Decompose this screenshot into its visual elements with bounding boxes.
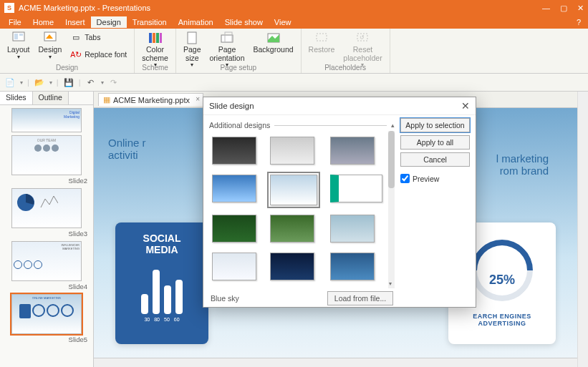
design-thumb[interactable] — [212, 175, 256, 202]
svg-rect-5 — [153, 33, 155, 43]
app-icon: S — [4, 3, 14, 13]
design-button[interactable]: Design▾ — [36, 30, 65, 62]
svg-rect-7 — [160, 33, 162, 43]
load-from-file-button[interactable]: Load from file... — [327, 291, 393, 305]
thumb-slide4[interactable]: INFLUENCERMARKETING — [11, 241, 82, 281]
menu-animation[interactable]: Animation — [173, 16, 219, 28]
design-thumb[interactable] — [270, 253, 314, 280]
design-thumb[interactable] — [270, 215, 314, 243]
design-thumb[interactable] — [212, 137, 256, 165]
group-label-page-setup: Page setup — [220, 64, 256, 73]
apply-to-selection-button[interactable]: Apply to selection — [400, 118, 470, 132]
design-thumb[interactable] — [212, 215, 256, 243]
redo-icon[interactable]: ↷ — [108, 77, 120, 88]
social-media-card: SOCIAL MEDIA 30 80 50 60 — [115, 222, 208, 344]
document-tab[interactable]: ▦ ACME Marketing.pptx × — [98, 93, 203, 106]
svg-rect-4 — [149, 33, 152, 43]
menu-insert[interactable]: Insert — [59, 16, 91, 28]
svg-rect-9 — [221, 35, 233, 42]
thumb-slide2[interactable]: OUR TEAM — [11, 135, 82, 175]
menu-view[interactable]: View — [269, 16, 297, 28]
menu-slide-show[interactable]: Slide show — [219, 16, 269, 28]
design-thumb[interactable] — [330, 175, 382, 202]
apply-to-all-button[interactable]: Apply to all — [400, 135, 470, 150]
tab-slides[interactable]: Slides — [0, 92, 33, 104]
close-icon[interactable]: ✕ — [577, 4, 584, 13]
menu-transition[interactable]: Transition — [127, 16, 173, 28]
tab-outline[interactable]: Outline — [33, 92, 69, 104]
design-thumb[interactable] — [330, 215, 375, 243]
design-thumb[interactable] — [212, 253, 256, 280]
background-button[interactable]: Background — [251, 30, 297, 56]
presentation-icon: ▦ — [103, 95, 110, 104]
menu-file[interactable]: File — [3, 16, 27, 28]
group-label-design: Design — [56, 64, 78, 73]
replace-font-button[interactable]: A↻Replace font — [67, 47, 130, 63]
thumb-slide3[interactable] — [11, 188, 82, 228]
design-thumb[interactable] — [330, 137, 375, 165]
svg-rect-2 — [19, 34, 23, 36]
undo-icon[interactable]: ↶ — [85, 77, 97, 88]
svg-rect-6 — [156, 33, 159, 43]
svg-text:↺: ↺ — [360, 34, 365, 41]
cancel-button[interactable]: Cancel — [400, 152, 470, 167]
minimize-icon[interactable]: — — [542, 4, 550, 13]
svg-rect-8 — [188, 32, 196, 44]
section-label: Additional designs — [209, 121, 270, 129]
tabs-button[interactable]: ▭Tabs — [67, 30, 130, 46]
design-thumb[interactable] — [270, 137, 314, 165]
menu-home[interactable]: Home — [27, 16, 59, 28]
dialog-close-icon[interactable]: ✕ — [461, 100, 470, 112]
svg-rect-1 — [14, 34, 18, 39]
horizontal-scrollbar[interactable] — [94, 358, 577, 367]
slide-design-dialog: Slide design ✕ Additional designs ▴ — [203, 97, 476, 308]
quick-access-toolbar[interactable]: 📄▾ | 📂▾ | 💾 | ↶▾ ↷ — [0, 74, 588, 92]
maximize-icon[interactable]: ▢ — [560, 4, 567, 13]
dialog-scrollbar[interactable]: ▾ — [388, 131, 395, 288]
save-icon[interactable]: 💾 — [63, 77, 74, 88]
selected-design-name: Blue sky — [211, 294, 239, 303]
vertical-scrollbar[interactable] — [577, 92, 588, 367]
layout-button[interactable]: Layout▾ — [4, 30, 33, 62]
design-grid[interactable] — [209, 131, 385, 288]
preview-checkbox[interactable]: Preview — [400, 174, 470, 183]
menu-design[interactable]: Design — [91, 16, 127, 28]
thumb-slide5[interactable]: ONLINE MARKETING — [11, 294, 82, 334]
design-thumb-selected[interactable] — [270, 175, 317, 205]
help-icon[interactable]: ? — [572, 18, 585, 26]
page-size-button[interactable]: Page size▾ — [180, 30, 204, 70]
open-file-icon[interactable]: 📂 — [34, 77, 45, 88]
new-file-icon[interactable]: 📄 — [4, 77, 16, 88]
reset-placeholder-button: ↺Reset placeholder▾ — [340, 30, 385, 70]
dialog-title: Slide design — [209, 102, 254, 110]
restore-button: Restore — [306, 30, 338, 56]
svg-rect-12 — [317, 34, 327, 41]
window-title: ACME Marketing.pptx - Presentations — [19, 4, 542, 12]
slide-thumbnails[interactable]: DigitalMarketing OUR TEAMSlide2 Slide3 I… — [0, 105, 93, 367]
design-thumb[interactable] — [330, 253, 375, 280]
scroll-down-icon[interactable]: ▾ — [389, 280, 392, 287]
group-label-scheme: Scheme — [142, 64, 168, 73]
close-tab-icon[interactable]: × — [196, 95, 200, 103]
